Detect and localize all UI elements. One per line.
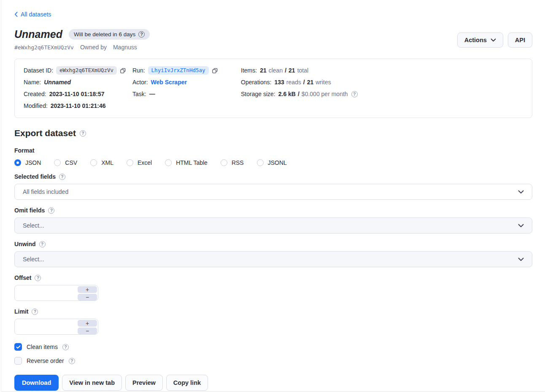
- offset-input[interactable]: [15, 285, 76, 301]
- api-button-label: API: [515, 37, 525, 43]
- actions-button[interactable]: Actions: [457, 32, 503, 48]
- selected-fields-value: All fields included: [23, 188, 68, 195]
- format-radio-html-table[interactable]: HTML Table: [165, 159, 208, 166]
- export-heading-text: Export dataset: [14, 128, 76, 138]
- dataset-id-row: Dataset ID: eWxhg2q6TEXmUQzVv: [24, 64, 132, 76]
- radio-icon: [54, 159, 61, 166]
- copy-run-id-button[interactable]: [212, 67, 218, 74]
- dataset-id-label: Dataset ID:: [24, 67, 53, 74]
- help-icon[interactable]: ?: [138, 31, 145, 38]
- limit-increment-button[interactable]: +: [78, 320, 97, 327]
- offset-label: Offset ?: [14, 274, 532, 281]
- help-icon[interactable]: ?: [35, 275, 41, 281]
- operations-label: Operations:: [241, 79, 271, 86]
- radio-icon: [90, 159, 97, 166]
- items-label: Items:: [241, 67, 257, 74]
- task-value: —: [149, 91, 155, 97]
- format-radio-xml[interactable]: XML: [90, 159, 113, 166]
- actor-row: Actor: Web Scraper: [132, 76, 241, 88]
- operations-separator: /: [303, 79, 305, 86]
- selected-fields-label-text: Selected fields: [14, 173, 56, 180]
- writes-count: 21: [307, 79, 314, 86]
- unwind-select[interactable]: Select...: [14, 251, 532, 267]
- owned-by-label: Owned by: [80, 44, 107, 51]
- format-option-label: JSONL: [268, 159, 287, 166]
- offset-label-text: Offset: [14, 274, 31, 281]
- limit-decrement-button[interactable]: −: [78, 328, 97, 334]
- deletion-badge: Will be deleted in 6 days ?: [69, 29, 150, 40]
- format-radio-json[interactable]: JSON: [14, 159, 41, 166]
- export-buttons: Download View in new tab Preview Copy li…: [14, 375, 532, 391]
- offset-input-wrap: + −: [14, 285, 98, 301]
- offset-steppers: + −: [78, 286, 97, 301]
- unwind-placeholder: Select...: [23, 256, 44, 263]
- clean-items-checkbox[interactable]: [14, 343, 22, 351]
- header-left: Unnamed Will be deleted in 6 days ? #eWx…: [14, 28, 150, 51]
- selected-fields-select[interactable]: All fields included: [14, 184, 532, 200]
- api-button[interactable]: API: [508, 32, 532, 48]
- format-radio-excel[interactable]: Excel: [127, 159, 152, 166]
- storage-separator: /: [298, 91, 299, 97]
- items-clean-count: 21: [260, 67, 267, 74]
- unwind-label: Unwind ?: [14, 241, 532, 247]
- chevron-down-icon: [518, 190, 524, 194]
- dataset-info-panel: Dataset ID: eWxhg2q6TEXmUQzVv Name: Unna…: [14, 59, 532, 118]
- help-icon[interactable]: ?: [48, 207, 54, 214]
- clean-items-row: Clean items ?: [14, 343, 532, 351]
- run-label: Run:: [132, 67, 145, 74]
- format-radio-rss[interactable]: RSS: [221, 159, 244, 166]
- operations-row: Operations: 133 reads / 21 writes: [241, 76, 523, 88]
- omit-fields-select[interactable]: Select...: [14, 217, 532, 234]
- copy-link-button[interactable]: Copy link: [166, 375, 208, 391]
- format-radio-jsonl[interactable]: JSONL: [257, 159, 287, 166]
- offset-decrement-button[interactable]: −: [78, 294, 97, 301]
- help-icon[interactable]: ?: [80, 130, 86, 137]
- unwind-label-text: Unwind: [14, 241, 36, 247]
- task-row: Task: —: [132, 88, 241, 100]
- run-id-link[interactable]: LhyiIvJrxZTnHd5ay: [148, 66, 209, 75]
- info-column-stats: Items: 21 clean / 21 total Operations: 1…: [241, 64, 523, 112]
- items-clean-word: clean: [269, 67, 283, 74]
- help-icon[interactable]: ?: [69, 358, 75, 364]
- format-label-text: Format: [14, 147, 34, 154]
- format-radio-csv[interactable]: CSV: [54, 159, 77, 166]
- format-option-label: CSV: [65, 159, 77, 166]
- help-icon[interactable]: ?: [59, 174, 65, 180]
- help-icon[interactable]: ?: [32, 309, 38, 315]
- preview-button[interactable]: Preview: [125, 375, 163, 391]
- items-separator: /: [285, 67, 286, 74]
- radio-icon: [221, 159, 227, 166]
- created-label: Created:: [24, 91, 46, 97]
- copy-dataset-id-button[interactable]: [120, 67, 126, 74]
- offset-increment-button[interactable]: +: [78, 286, 97, 293]
- task-label: Task:: [132, 91, 146, 97]
- export-section-heading: Export dataset ?: [14, 128, 532, 138]
- format-option-label: HTML Table: [176, 159, 208, 166]
- help-icon[interactable]: ?: [351, 91, 358, 97]
- run-row: Run: LhyiIvJrxZTnHd5ay: [132, 64, 241, 76]
- radio-icon: [165, 159, 172, 166]
- reverse-order-checkbox[interactable]: [14, 357, 22, 365]
- view-in-new-tab-button[interactable]: View in new tab: [62, 375, 122, 391]
- clean-items-label: Clean items: [27, 344, 58, 350]
- breadcrumb-label: All datasets: [21, 11, 51, 18]
- breadcrumb-all-datasets[interactable]: All datasets: [14, 11, 51, 18]
- modified-label: Modified:: [24, 102, 48, 109]
- limit-label: Limit ?: [14, 308, 532, 315]
- help-icon[interactable]: ?: [39, 241, 46, 247]
- reads-word: reads: [286, 79, 301, 86]
- actor-label: Actor:: [132, 79, 148, 86]
- modified-row: Modified: 2023-11-10 01:21:46: [24, 100, 132, 112]
- limit-input[interactable]: [15, 319, 76, 334]
- reverse-order-label: Reverse order: [27, 357, 64, 364]
- download-button[interactable]: Download: [14, 375, 59, 391]
- name-value: Unnamed: [44, 79, 71, 86]
- omit-fields-label: Omit fields ?: [14, 207, 532, 214]
- help-icon[interactable]: ?: [62, 344, 69, 350]
- created-value: 2023-11-10 01:18:57: [49, 91, 105, 97]
- limit-steppers: + −: [78, 320, 97, 334]
- format-radio-group: JSON CSV XML Excel HTML Table RSS JSONL: [14, 159, 532, 166]
- page-header: Unnamed Will be deleted in 6 days ? #eWx…: [14, 28, 532, 51]
- deletion-badge-text: Will be deleted in 6 days: [74, 31, 135, 38]
- actor-link[interactable]: Web Scraper: [151, 79, 187, 86]
